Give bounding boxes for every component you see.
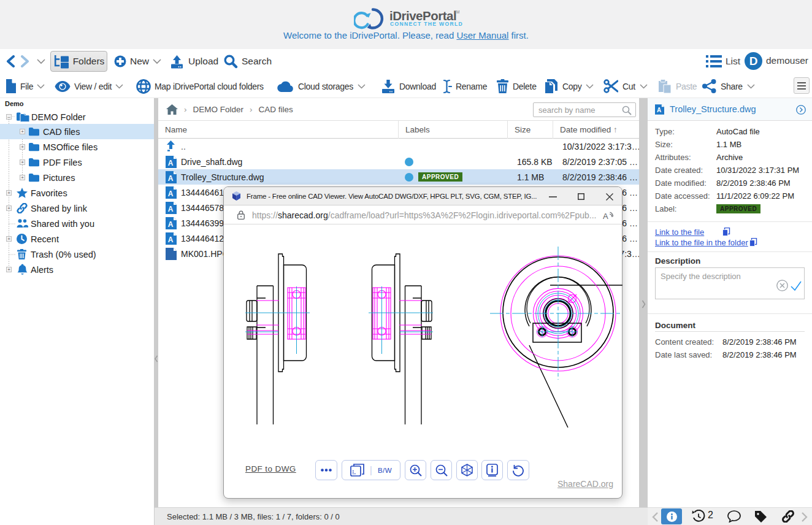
svg-text:CONNECT THE WORLD: CONNECT THE WORLD <box>390 21 463 27</box>
svg-text:A: A <box>657 107 661 113</box>
svg-text:TM: TM <box>454 10 459 14</box>
svg-text:D: D <box>749 55 758 67</box>
svg-text:A: A <box>168 236 174 244</box>
svg-text:A: A <box>168 220 174 229</box>
svg-text:A: A <box>168 159 174 167</box>
svg-text:A: A <box>168 190 174 198</box>
svg-text:A: A <box>168 174 174 183</box>
svg-text:A: A <box>168 205 174 213</box>
svg-text:A: A <box>603 212 608 220</box>
